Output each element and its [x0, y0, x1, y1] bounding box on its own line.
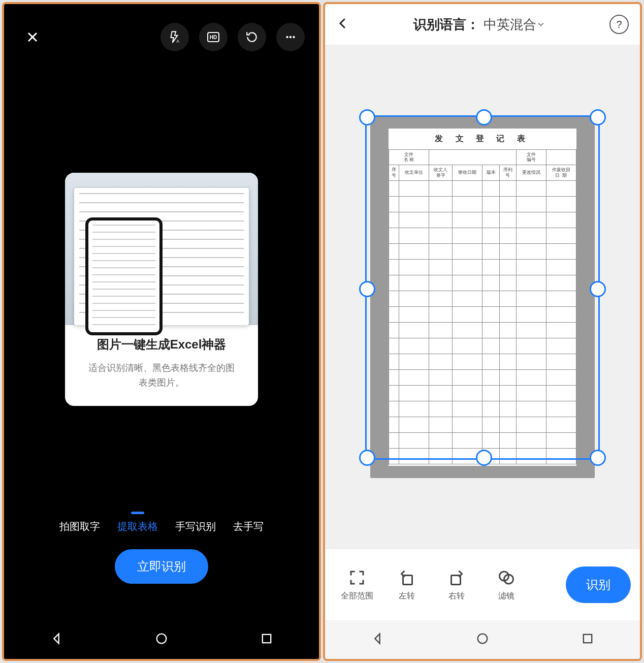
- rotate-left-icon: [398, 569, 416, 587]
- intro-card-title: 图片一键生成Excel神器: [74, 336, 249, 353]
- language-value: 中英混合: [484, 16, 536, 34]
- chevron-down-icon: [537, 21, 544, 28]
- crop-handle-ml[interactable]: [359, 281, 375, 297]
- close-button[interactable]: [18, 23, 47, 51]
- rotate-icon: [245, 30, 259, 44]
- intro-card-desc: 适合识别清晰、黑色表格线齐全的图表类图片。: [88, 361, 235, 390]
- flash-auto-icon: A: [168, 30, 181, 44]
- nav-home-icon: [154, 632, 169, 646]
- crop-handle-tr[interactable]: [590, 109, 606, 125]
- svg-point-3: [286, 36, 288, 38]
- mock-phone-icon: [85, 217, 163, 335]
- svg-text:A: A: [176, 39, 179, 44]
- nav-recent-icon: [260, 632, 274, 646]
- tool-full-range[interactable]: 全部范围: [334, 569, 380, 602]
- crop-canvas: 发 文 登 记 表 文件 名 称 文件 编号 序 号 收文单位: [325, 45, 640, 549]
- intro-card-image: [65, 173, 258, 325]
- svg-point-4: [289, 36, 292, 38]
- more-button[interactable]: [276, 23, 305, 51]
- svg-point-5: [293, 36, 295, 38]
- editor-tool-row: 全部范围 左转 右转 滤镜 识别: [325, 549, 640, 620]
- tool-rotate-left[interactable]: 左转: [384, 569, 430, 602]
- tool-rotate-right[interactable]: 右转: [434, 569, 479, 602]
- tool-label: 右转: [448, 591, 465, 602]
- android-nav-bar: [325, 620, 640, 659]
- crop-handle-br[interactable]: [590, 450, 606, 466]
- nav-home-button[interactable]: [475, 632, 490, 648]
- mode-tab-handwriting[interactable]: 手写识别: [174, 518, 217, 535]
- tool-filter[interactable]: 滤镜: [484, 569, 529, 602]
- tool-label: 全部范围: [341, 591, 373, 602]
- nav-recent-button[interactable]: [581, 632, 595, 648]
- document-wrap: 发 文 登 记 表 文件 名 称 文件 编号 序 号 收文单位: [358, 104, 607, 490]
- mode-tab-remove-handwriting[interactable]: 去手写: [232, 518, 265, 535]
- camera-preview-area: 图片一键生成Excel神器 适合识别清晰、黑色表格线齐全的图表类图片。: [4, 70, 319, 509]
- close-icon: [26, 31, 39, 43]
- intro-card-caption: 图片一键生成Excel神器 适合识别清晰、黑色表格线齐全的图表类图片。: [65, 325, 258, 406]
- intro-card: 图片一键生成Excel神器 适合识别清晰、黑色表格线齐全的图表类图片。: [65, 173, 258, 406]
- svg-rect-7: [262, 635, 270, 643]
- nav-back-icon: [370, 632, 384, 646]
- crop-handle-bc[interactable]: [476, 450, 492, 466]
- crop-handle-tc[interactable]: [476, 109, 492, 125]
- mode-tab-extract-table[interactable]: 提取表格: [116, 518, 159, 535]
- tool-label: 滤镜: [498, 591, 514, 602]
- expand-icon: [348, 569, 366, 587]
- tool-label: 左转: [399, 591, 415, 602]
- svg-text:HD: HD: [210, 35, 217, 40]
- left-phone: A HD 图片一键生成Excel神器: [2, 2, 321, 661]
- language-label: 识别语言：: [413, 16, 479, 34]
- chevron-left-icon: [336, 17, 348, 29]
- crop-frame[interactable]: [365, 115, 600, 460]
- right-phone: 识别语言： 中英混合 ? 发 文 登 记 表 文件 名 称: [323, 2, 642, 661]
- screenshot-pair: A HD 图片一键生成Excel神器: [0, 0, 644, 663]
- crop-handle-mr[interactable]: [590, 281, 606, 297]
- crop-handle-tl[interactable]: [359, 109, 375, 125]
- crop-handle-bl[interactable]: [359, 450, 375, 466]
- recognize-button[interactable]: 识别: [566, 566, 631, 603]
- nav-home-button[interactable]: [154, 632, 169, 648]
- nav-back-button[interactable]: [49, 632, 63, 648]
- rotate-right-icon: [447, 569, 466, 587]
- help-button[interactable]: ?: [609, 15, 629, 34]
- svg-point-12: [478, 634, 488, 644]
- hd-button[interactable]: HD: [199, 23, 228, 51]
- mode-tabs: 拍图取字 提取表格 手写识别 去手写: [4, 509, 319, 544]
- primary-action-area: 立即识别: [4, 544, 319, 620]
- svg-rect-13: [583, 635, 591, 643]
- editor-header: 识别语言： 中英混合 ?: [325, 4, 640, 45]
- android-nav-bar: [4, 620, 319, 659]
- filter-icon: [497, 569, 516, 587]
- question-mark-icon: ?: [616, 19, 622, 30]
- language-selector[interactable]: 识别语言： 中英混合: [348, 16, 609, 34]
- nav-recent-button[interactable]: [260, 632, 274, 648]
- nav-recent-icon: [581, 632, 595, 646]
- flash-button[interactable]: A: [160, 23, 189, 51]
- nav-back-button[interactable]: [370, 632, 384, 648]
- back-button[interactable]: [336, 17, 348, 31]
- recognize-now-button[interactable]: 立即识别: [115, 549, 208, 584]
- camera-toolbar-right: A HD: [160, 23, 305, 51]
- mode-tab-phototext[interactable]: 拍图取字: [58, 518, 101, 535]
- nav-home-icon: [475, 632, 490, 646]
- more-horizontal-icon: [284, 30, 297, 44]
- hd-icon: HD: [206, 30, 220, 44]
- svg-point-6: [157, 634, 167, 644]
- camera-top-bar: A HD: [4, 4, 319, 70]
- rotate-camera-button[interactable]: [238, 23, 266, 51]
- nav-back-icon: [49, 632, 63, 646]
